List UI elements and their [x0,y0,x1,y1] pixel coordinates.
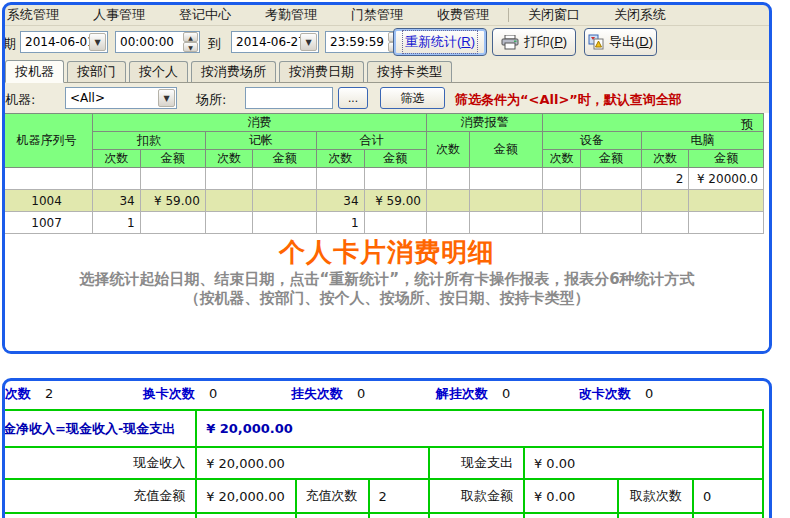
table-cell [581,212,642,234]
start-date-value: 2014-06-01 [21,35,89,49]
withdraw-count-label: 取款次数 [618,479,693,513]
cash-out-value: ¥ 0.00 [524,447,763,479]
filter-button[interactable]: 筛选 [380,87,445,109]
close-count-label: 销户次数 [618,513,693,518]
tab-3[interactable]: 按个人 [129,61,188,82]
menu-separator [508,8,509,22]
stat-value: 0 [357,386,365,401]
tab-6[interactable]: 按持卡类型 [367,61,452,82]
recharge-amount-label: 充值金额 [2,479,196,513]
summary-panel: 次数2换卡次数0挂失次数0解挂次数0改卡次数0 金净收入=现金收入-现金支出 ¥… [2,378,772,518]
page-title: 个人卡片消费明细 [5,235,769,270]
table-cell [641,190,689,212]
chevron-down-icon[interactable]: ▼ [89,33,106,51]
menu-item[interactable]: 人事管理 [76,6,162,24]
to-label: 到 [208,35,221,53]
menu-item[interactable]: 登记中心 [162,6,248,24]
table-cell [469,190,542,212]
place-input[interactable] [245,87,333,109]
start-date-combobox[interactable]: 2014-06-01 ▼ [20,31,108,53]
group-header-partial: 预 [542,114,763,132]
table-cell [253,190,317,212]
stat-label: 挂失次数 [291,386,343,401]
tab-5[interactable]: 按消费日期 [279,61,364,82]
withdraw-count-value: 0 [693,479,763,513]
menu-item[interactable]: 关闭窗口 [511,6,597,24]
recharge-count-value: 2 [369,479,430,513]
place-label: 场所: [196,91,226,109]
net-income-value: ¥ 20,000.00 [196,410,763,447]
recalculate-button-label: 重新统计(R) [405,33,475,51]
menu-item[interactable]: 关闭系统 [597,6,683,24]
table-cell: 1004 [2,190,93,212]
table-cell: ¥ 59.00 [140,190,205,212]
col-header-serial: 机器序列号 [2,114,93,168]
tab-4[interactable]: 按消费场所 [191,61,276,82]
card-stats-row: 次数2换卡次数0挂失次数0解挂次数0改卡次数0 [5,385,769,405]
recalculate-button[interactable]: 重新统计(R) [393,28,487,56]
table-row[interactable]: 2¥ 20000.0 [2,168,764,190]
table-cell [93,168,141,190]
filter-hint: 筛选条件为“<All>”时，默认查询全部 [455,91,682,109]
table-cell [426,168,469,190]
table-row[interactable]: 100434¥ 59.0034¥ 59.00 [2,190,764,212]
end-date-combobox[interactable]: 2014-06-27 ▼ [231,31,319,53]
filter-button-label: 筛选 [401,90,425,107]
browse-button[interactable]: ... [338,87,368,109]
col-header-count: 次数 [93,150,141,168]
table-cell: ¥ 20000.0 [689,168,764,190]
table-cell: 34 [317,190,365,212]
col-header-count: 次数 [317,150,365,168]
tab-1[interactable]: 按机器 [5,60,64,83]
menu-item[interactable]: 系统管理 [5,6,76,24]
menu-bar: 系统管理人事管理登记中心考勤管理门禁管理收费管理关闭窗口关闭系统 [5,5,769,26]
table-row[interactable]: 100711 [2,212,764,234]
machine-value: <All> [66,91,158,105]
chevron-down-icon[interactable]: ▼ [300,33,317,51]
description-line2: （按机器、按部门、按个人、按场所、按日期、按持卡类型） [5,289,769,308]
col-header-count: 次数 [205,150,253,168]
table-cell [205,168,253,190]
withdraw-amount-value: ¥ 0.00 [524,479,618,513]
tab-strip: 按机器按部门按个人按消费场所按消费日期按持卡类型 [5,60,769,83]
export-button[interactable]: 导出(D) [584,28,657,56]
toolbar: 期 2014-06-01 ▼ 00:00:00 ▲▼ 到 2014-06-27 … [5,26,769,60]
stat-pair: 换卡次数0 [143,385,217,403]
table-cell [426,190,469,212]
col-header-amount: 金额 [364,150,426,168]
start-time-spinner[interactable]: 00:00:00 ▲▼ [115,31,200,53]
table-cell [140,168,205,190]
subgroup-total: 合计 [317,132,427,150]
col-header-amount: 金额 [253,150,317,168]
menu-item[interactable]: 考勤管理 [248,6,334,24]
col-header-alarm-count: 次数 [426,132,469,168]
end-time-value: 23:59:59 [326,35,388,49]
stat-value: 0 [502,386,510,401]
stat-pair: 解挂次数0 [436,385,510,403]
filter-row: 机器: <All> ▼ 场所: ... 筛选 筛选条件为“<All>”时，默认查… [5,83,769,113]
subgroup-device: 设备 [542,132,641,150]
table-cell: 1007 [2,212,93,234]
table-cell [253,212,317,234]
cash-in-label: 现金收入 [2,447,196,479]
machine-label: 机器: [5,91,35,109]
print-button-label: 打印(P) [524,33,567,51]
recharge-count-label: 充值次数 [296,479,369,513]
stat-value: 0 [645,386,653,401]
tab-2[interactable]: 按部门 [67,61,126,82]
table-cell [469,212,542,234]
col-header-alarm-amount: 金额 [469,132,542,168]
export-button-label: 导出(D) [609,33,653,51]
col-header-amount: 金额 [140,150,205,168]
machine-combobox[interactable]: <All> ▼ [65,87,177,109]
report-content: 机器序列号 消费 消费报警 预 扣款 记帐 合计 次数 金额 设备 [5,113,769,351]
close-amount-value: ¥ 0.00 [524,513,618,518]
spinner-arrows-icon[interactable]: ▲▼ [183,32,198,52]
group-header-consume: 消费 [93,114,427,132]
menu-item[interactable]: 门禁管理 [334,6,420,24]
table-cell [140,212,205,234]
menu-item[interactable]: 收费管理 [420,6,506,24]
print-button[interactable]: 打印(P) [492,28,576,56]
chevron-down-icon[interactable]: ▼ [158,89,175,107]
description-block: 个人卡片消费明细 选择统计起始日期、结束日期，点击“重新统计”，统计所有卡操作报… [5,235,769,308]
